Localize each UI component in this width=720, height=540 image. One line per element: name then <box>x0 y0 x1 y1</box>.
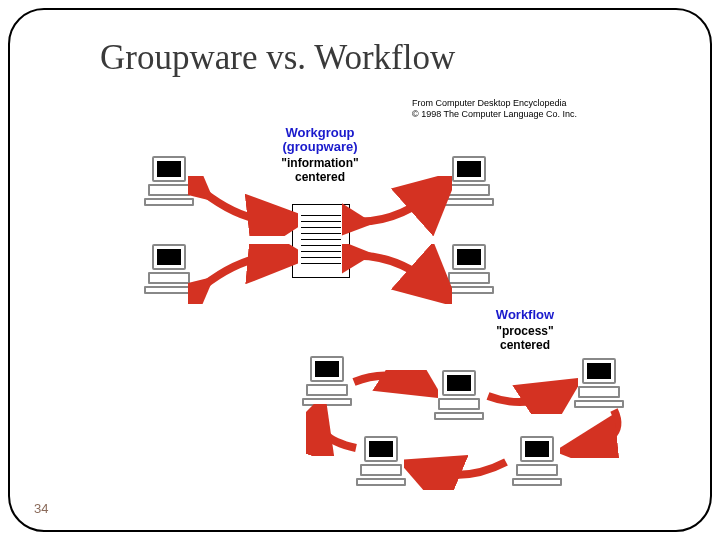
bidirectional-arrow-icon <box>188 244 298 304</box>
workflow-subheading: "process" centered <box>470 324 580 353</box>
slide-title: Groupware vs. Workflow <box>100 38 455 78</box>
page-number: 34 <box>34 501 48 516</box>
computer-icon <box>440 244 496 294</box>
slide-frame: Groupware vs. Workflow From Computer Des… <box>8 8 712 532</box>
computer-icon <box>430 370 486 420</box>
shared-document-icon <box>292 204 350 278</box>
arrow-icon <box>482 374 578 414</box>
computer-icon <box>140 244 196 294</box>
workflow-diagram: Workflow "process" centered <box>260 308 650 498</box>
arrow-icon <box>348 370 438 410</box>
workgroup-diagram: Workgroup (groupware) "information" cent… <box>140 126 500 306</box>
bidirectional-arrow-icon <box>342 176 452 236</box>
workgroup-heading: Workgroup (groupware) <box>260 126 380 155</box>
workgroup-subheading: "information" centered <box>260 156 380 185</box>
computer-icon <box>508 436 564 486</box>
computer-icon <box>570 358 626 408</box>
arrow-icon <box>560 404 630 458</box>
workflow-heading: Workflow <box>470 308 580 322</box>
attribution-line2: © 1998 The Computer Language Co. Inc. <box>412 109 577 120</box>
computer-icon <box>440 156 496 206</box>
attribution-block: From Computer Desktop Encyclopedia © 199… <box>412 98 577 120</box>
bidirectional-arrow-icon <box>342 244 452 304</box>
arrow-icon <box>404 446 514 490</box>
computer-icon <box>298 356 354 406</box>
attribution-line1: From Computer Desktop Encyclopedia <box>412 98 577 109</box>
computer-icon <box>352 436 408 486</box>
bidirectional-arrow-icon <box>188 176 298 236</box>
computer-icon <box>140 156 196 206</box>
